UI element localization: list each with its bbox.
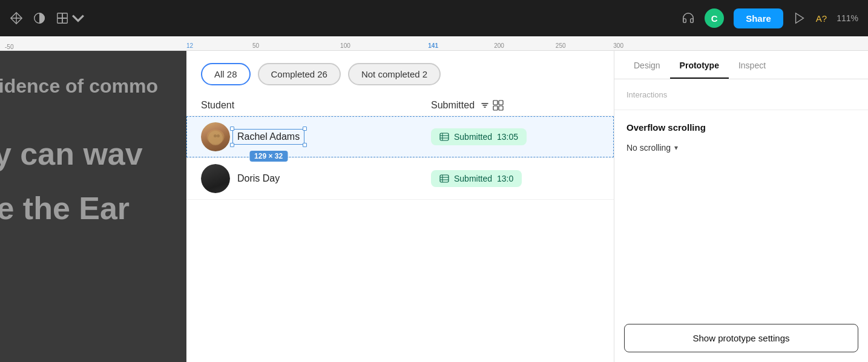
svg-rect-11 xyxy=(440,175,449,182)
diamond-icon[interactable] xyxy=(10,12,23,25)
svg-rect-10 xyxy=(440,133,449,140)
svg-rect-7 xyxy=(499,100,503,105)
ruler-tick-50: 50 xyxy=(252,42,259,50)
handle-tr[interactable] xyxy=(303,127,307,131)
table-header: Student Submitted xyxy=(186,95,614,116)
student-avatar-doris xyxy=(201,164,230,193)
svg-rect-4 xyxy=(62,18,67,23)
student-cell: Doris Day xyxy=(201,164,431,193)
table-row[interactable]: Doris Day Submitted 13:0 xyxy=(186,158,614,200)
font-label: A? xyxy=(816,13,827,24)
right-panel: Design Prototype Inspect Interactions Ov… xyxy=(614,51,868,362)
submitted-badge: Submitted 13:0 xyxy=(431,170,522,187)
layers-icon[interactable] xyxy=(56,12,85,25)
ruler-tick-250: 250 xyxy=(556,42,566,50)
toolbar-right: C Share A? 111% xyxy=(682,8,858,28)
ruler-tick-141: 141 xyxy=(428,42,438,50)
filter-not-completed[interactable]: Not completed 2 xyxy=(348,63,441,85)
content-area: All 28 Completed 26 Not completed 2 Stud… xyxy=(186,51,614,362)
ruler-tick-12: 12 xyxy=(186,42,193,50)
table-area: Student Submitted xyxy=(186,95,614,362)
col-header-submitted: Submitted xyxy=(431,100,599,111)
handle-bl[interactable] xyxy=(230,143,234,147)
zoom-level: 111% xyxy=(837,13,858,23)
filter-bar: All 28 Completed 26 Not completed 2 xyxy=(186,51,614,95)
svg-marker-5 xyxy=(795,13,803,24)
svg-rect-9 xyxy=(499,106,503,110)
canvas-area: vidence of commo y can wav le the Ear xyxy=(0,51,186,362)
overflow-value: No scrolling xyxy=(626,143,671,153)
submitted-badge: Submitted 13:05 xyxy=(431,128,527,145)
overflow-dropdown[interactable]: No scrolling ▾ xyxy=(626,143,678,153)
submitted-cell-doris: Submitted 13:0 xyxy=(431,170,599,187)
ruler-tick: -50 xyxy=(5,44,13,50)
svg-rect-1 xyxy=(58,13,62,18)
submitted-icon xyxy=(439,132,449,142)
ruler-tick-100: 100 xyxy=(340,42,350,50)
panel-tabs: Design Prototype Inspect xyxy=(614,51,868,79)
canvas-text-2: y can wav xyxy=(0,136,143,172)
interactions-label: Interactions xyxy=(626,90,667,99)
interactions-section: Interactions xyxy=(614,79,868,110)
student-avatar-rachel xyxy=(201,122,230,151)
overflow-section: Overflow scrolling No scrolling ▾ xyxy=(614,110,868,324)
tab-prototype[interactable]: Prototype xyxy=(670,51,729,79)
tab-inspect[interactable]: Inspect xyxy=(729,51,775,79)
ruler: -50 12 50 100 141 200 250 300 xyxy=(0,36,868,51)
student-cell: Rachel Adams 129 × 32 xyxy=(201,122,431,151)
panel-content: Interactions Overflow scrolling No scrol… xyxy=(614,79,868,362)
filter-all[interactable]: All 28 xyxy=(201,63,251,85)
student-name-rachel: Rachel Adams 129 × 32 xyxy=(237,131,300,142)
overflow-title: Overflow scrolling xyxy=(626,122,856,133)
half-circle-icon[interactable] xyxy=(33,12,46,25)
play-icon[interactable] xyxy=(793,12,806,25)
ruler-tick-200: 200 xyxy=(494,42,504,50)
submitted-icon xyxy=(439,174,449,183)
student-name-doris: Doris Day xyxy=(237,173,280,184)
prototype-settings-button[interactable]: Show prototype settings xyxy=(624,324,858,352)
svg-rect-2 xyxy=(62,13,67,18)
chevron-down-icon: ▾ xyxy=(674,143,678,152)
selection-box: Rachel Adams 129 × 32 xyxy=(237,131,300,142)
canvas-text-1: vidence of commo xyxy=(0,75,158,97)
toolbar-left xyxy=(10,12,672,25)
user-avatar[interactable]: C xyxy=(705,8,724,28)
canvas-text-3: le the Ear xyxy=(0,190,130,226)
submitted-cell-rachel: Submitted 13:05 xyxy=(431,128,599,145)
handle-br[interactable] xyxy=(303,143,307,147)
toolbar: C Share A? 111% xyxy=(0,0,868,36)
ruler-left: -50 xyxy=(0,44,186,50)
main-layout: vidence of commo y can wav le the Ear Al… xyxy=(0,51,868,362)
share-button[interactable]: Share xyxy=(734,8,783,28)
sort-icon xyxy=(481,101,489,110)
ruler-tick-300: 300 xyxy=(613,42,623,50)
col-header-student: Student xyxy=(201,100,431,111)
filter-completed[interactable]: Completed 26 xyxy=(258,63,341,85)
headphone-icon[interactable] xyxy=(682,12,695,25)
table-row[interactable]: Rachel Adams 129 × 32 xyxy=(186,116,614,158)
handle-tl[interactable] xyxy=(230,127,234,131)
svg-rect-3 xyxy=(58,18,62,23)
table-view-icon xyxy=(493,100,504,111)
tab-design[interactable]: Design xyxy=(624,51,670,79)
svg-rect-6 xyxy=(493,100,498,105)
svg-rect-8 xyxy=(493,106,498,110)
